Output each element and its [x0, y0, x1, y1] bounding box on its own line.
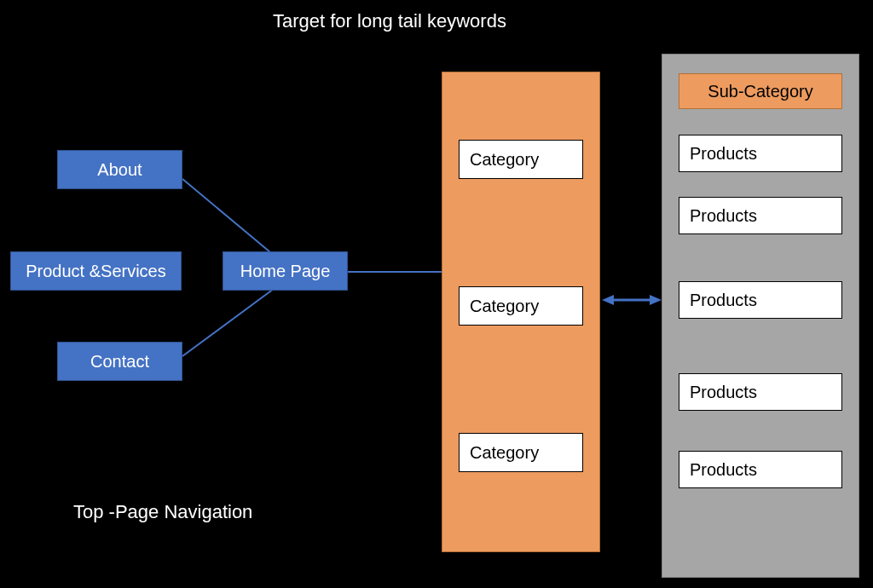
- svg-line-1: [182, 286, 277, 356]
- product-box: Products: [679, 135, 842, 172]
- nav-products-services-label: Product &Services: [26, 262, 166, 281]
- product-label: Products: [690, 206, 757, 226]
- nav-home-label: Home Page: [240, 262, 331, 281]
- nav-products-services-box: Product &Services: [10, 251, 182, 291]
- svg-line-0: [182, 179, 275, 257]
- category-label: Category: [470, 443, 539, 463]
- product-label: Products: [690, 383, 757, 402]
- nav-contact-box: Contact: [57, 342, 182, 381]
- product-box: Products: [679, 451, 842, 488]
- product-label: Products: [690, 291, 757, 310]
- category-box: Category: [459, 286, 583, 326]
- product-box: Products: [679, 197, 842, 234]
- product-box: Products: [679, 373, 842, 411]
- category-box: Category: [459, 140, 583, 179]
- svg-marker-4: [602, 295, 614, 305]
- nav-contact-label: Contact: [90, 352, 149, 372]
- nav-about-label: About: [97, 160, 142, 180]
- nav-caption: Top -Page Navigation: [73, 501, 252, 523]
- product-label: Products: [690, 460, 757, 480]
- subcategory-header-box: Sub-Category: [679, 73, 842, 109]
- subcategory-header-label: Sub-Category: [708, 82, 812, 101]
- diagram-stage: Target for long tail keywords About Prod…: [0, 0, 873, 588]
- nav-about-box: About: [57, 150, 182, 189]
- category-label: Category: [470, 150, 539, 170]
- nav-home-box: Home Page: [223, 251, 348, 291]
- category-label: Category: [470, 297, 539, 316]
- diagram-title: Target for long tail keywords: [273, 10, 506, 32]
- category-box: Category: [459, 433, 583, 472]
- product-box: Products: [679, 281, 842, 319]
- product-label: Products: [690, 144, 757, 164]
- svg-marker-5: [650, 295, 662, 305]
